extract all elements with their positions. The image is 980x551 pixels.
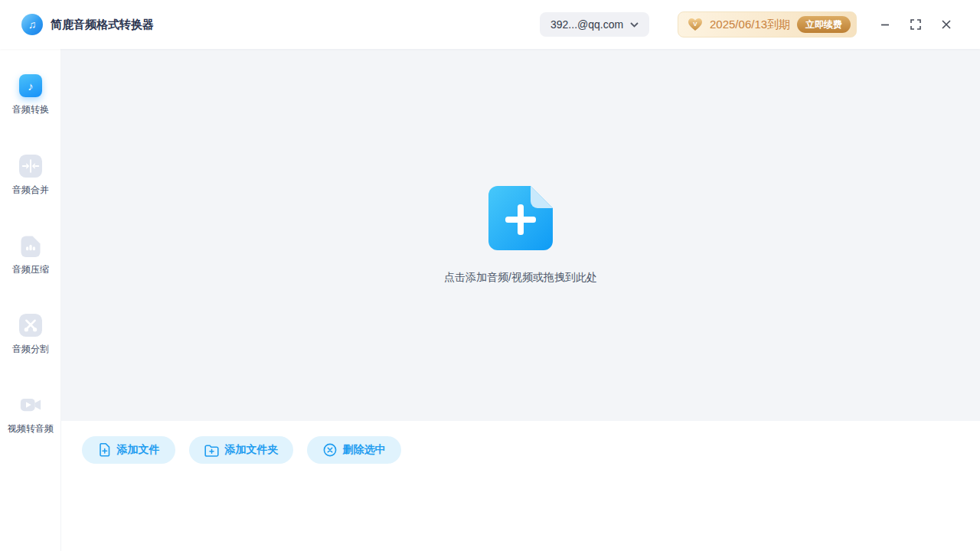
sidebar-item-label: 音频分割 [0,343,61,356]
title-bar: ♫ 简鹿音频格式转换器 392...@qq.com V 2025/06/13到期… [0,0,980,49]
sidebar-item-video-to-audio[interactable]: 视频转音频 [0,393,61,435]
maximize-button[interactable] [905,14,926,35]
delete-circle-icon [323,443,337,457]
bottom-panel: 添加文件 添加文件夹 删除选中 格式 MP3 采样率 与源音频一致 音量 100 [0,421,980,551]
add-folder-button[interactable]: 添加文件夹 [189,436,293,464]
dropzone-hint: 点击添加音频/视频或拖拽到此处 [61,271,980,285]
add-folder-icon [204,444,219,457]
sidebar-item-label: 音频合并 [0,184,61,197]
account-email: 392...@qq.com [550,18,623,31]
compress-file-icon [19,234,42,257]
sidebar-item-label: 音频压缩 [0,263,61,276]
renew-now-button[interactable]: 立即续费 [797,16,851,33]
chevron-down-icon [630,22,639,28]
fullscreen-icon [910,19,921,30]
file-dropzone[interactable]: 点击添加音频/视频或拖拽到此处 [61,49,980,421]
sidebar-item-audio-compress[interactable]: 音频压缩 [0,234,61,276]
video-camera-icon [19,393,42,416]
logo-note-glyph: ♫ [28,18,37,31]
sidebar-item-label: 音频转换 [0,103,61,116]
sidebar-item-label: 视频转音频 [0,422,61,435]
app-title: 简鹿音频格式转换器 [51,0,154,49]
vip-expiry-text: 2025/06/13到期 [710,18,790,32]
merge-arrows-icon [19,155,42,178]
add-file-label: 添加文件 [117,443,160,457]
music-note-icon: ♪ [19,74,42,97]
minimize-button[interactable] [874,14,896,35]
sidebar-item-audio-convert[interactable]: ♪ 音频转换 [0,74,61,116]
sidebar: ♪ 音频转换 音频合并 音频压缩 音频分割 [0,49,61,551]
delete-selected-label: 删除选中 [343,443,386,457]
close-icon [941,19,952,30]
sidebar-item-audio-merge[interactable]: 音频合并 [0,155,61,197]
note-glyph: ♪ [28,80,34,93]
vip-status-banner: V 2025/06/13到期 立即续费 [678,11,857,37]
delete-selected-button[interactable]: 删除选中 [307,436,401,464]
sidebar-item-audio-split[interactable]: 音频分割 [0,314,61,356]
add-file-icon [98,443,111,457]
app-logo-icon: ♫ [21,14,43,35]
add-file-button[interactable]: 添加文件 [82,436,175,464]
add-folder-label: 添加文件夹 [225,443,279,457]
vip-heart-icon: V [688,18,703,31]
scissors-icon [19,314,42,337]
vip-letter: V [693,21,697,28]
minimize-icon [880,19,890,30]
account-dropdown[interactable]: 392...@qq.com [540,12,649,37]
content-area: 点击添加音频/视频或拖拽到此处 [61,49,980,421]
add-file-big-icon [487,184,554,252]
close-button[interactable] [936,14,957,35]
